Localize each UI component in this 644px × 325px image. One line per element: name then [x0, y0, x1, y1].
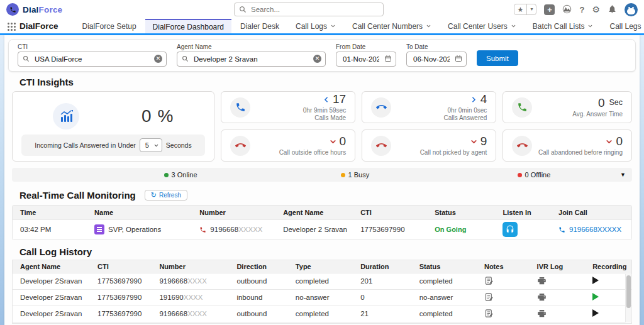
cti-input[interactable] — [18, 52, 167, 67]
app-navbar: DialForce DialForce Setup DialForce Dash… — [0, 19, 644, 33]
table-row: Developer 2Sravan 17753697990 9196668XXX… — [13, 306, 631, 322]
calls-answered-duration: 0hr 0min 0sec — [448, 107, 487, 115]
tab-call-logs[interactable]: Call Logs — [288, 19, 343, 33]
number-cell: 9196668XXXX — [152, 306, 229, 322]
col-join-call: Join Call — [551, 206, 631, 220]
chevron-down-icon — [470, 138, 478, 146]
chevron-down-icon — [511, 23, 516, 29]
cti-cell: 17753697990 — [90, 273, 152, 289]
notes-icon[interactable] — [484, 276, 494, 285]
trailhead-icon[interactable] — [562, 4, 572, 15]
outside-office-label: Call outside office hours — [279, 149, 347, 157]
abandoned-value: 0 — [616, 134, 623, 149]
chevron-down-icon — [587, 23, 593, 29]
collapse-presence-icon[interactable]: ▼ — [620, 172, 626, 178]
tab-call-center-users[interactable]: Call Center Users — [440, 19, 524, 33]
vertical-scrollbar[interactable] — [625, 274, 631, 322]
avg-answer-time-card: 0Sec Avg. Answer Time — [502, 91, 632, 123]
agent-name-label: Agent Name — [177, 43, 326, 50]
notes-icon[interactable] — [484, 292, 494, 302]
ivr-log-icon[interactable] — [537, 292, 547, 302]
col-status: Status — [412, 260, 477, 273]
favorites-control[interactable]: ★ ▾ — [514, 4, 537, 15]
calendar-icon[interactable] — [384, 55, 392, 62]
cti-cell: 17753697990 — [353, 220, 427, 240]
app-name: DialForce — [19, 19, 58, 33]
search-icon — [239, 6, 247, 13]
play-recording-button[interactable] — [592, 309, 599, 317]
tab-dialer-desk[interactable]: Dialer Desk — [233, 19, 287, 33]
col-time: Time — [13, 206, 87, 220]
outside-office-card: 0 Call outside office hours — [221, 129, 355, 162]
outgoing-call-icon — [230, 97, 250, 118]
number-cell: 9196668XXXXX — [192, 220, 275, 240]
play-recording-button[interactable] — [592, 293, 599, 300]
col-name: Name — [87, 206, 192, 220]
duration-cell: 21 — [353, 306, 411, 322]
tab-dialforce-dashboard[interactable]: DialForce Dashboard — [145, 19, 231, 33]
global-search-input[interactable] — [234, 3, 384, 16]
notifications-bell-icon[interactable] — [608, 4, 617, 15]
direction-cell: inbound — [229, 289, 287, 306]
clear-cti-icon[interactable]: ✕ — [154, 55, 162, 63]
status-cell: completed — [412, 306, 477, 322]
cti-label: CTI — [18, 43, 167, 50]
col-cti: CTI — [90, 260, 152, 273]
not-picked-label: Call not picked by agent — [420, 149, 487, 157]
filter-bar: CTI ✕ Agent Name ✕ From Date To Date — [8, 39, 636, 72]
col-notes: Notes — [477, 260, 530, 273]
brand-logo: DialForce — [6, 3, 62, 16]
answered-phone-icon — [512, 97, 532, 118]
answer-rate-card: 0 % Incoming Calls Answered in Under 5 S… — [12, 91, 214, 162]
name-cell: SVP, Operations — [87, 220, 192, 240]
call-log-history-title: Call Log History — [19, 246, 640, 258]
number-cell: 191690XXXX — [152, 289, 229, 306]
setup-gear-icon[interactable]: ⚙ — [592, 5, 600, 14]
play-recording-button[interactable] — [592, 277, 599, 284]
search-icon — [182, 55, 189, 62]
calls-answered-label: Calls Answered — [443, 114, 487, 123]
threshold-select[interactable]: 5 — [140, 138, 162, 152]
agent-cell: Developer 2Sravan — [13, 306, 90, 322]
submit-button[interactable]: Submit — [477, 50, 518, 66]
missed-call-icon — [371, 136, 391, 156]
agent-name-input[interactable] — [177, 52, 326, 67]
favorites-caret-icon[interactable]: ▾ — [526, 4, 536, 14]
busy-status: 1 Busy — [341, 171, 370, 179]
calls-answered-value: 4 — [480, 92, 487, 107]
missed-call-icon — [230, 136, 250, 156]
type-cell: completed — [288, 273, 353, 289]
calls-made-card: 17 0hr 9min 59sec Calls Made — [221, 91, 355, 123]
user-avatar[interactable] — [625, 3, 638, 16]
join-call-cell: 9196668XXXXX — [551, 220, 631, 240]
help-icon[interactable]: ? — [579, 5, 584, 14]
notes-cell — [477, 322, 530, 324]
call-log-table: Agent Name CTI Number Direction Type Dur… — [13, 260, 631, 324]
tab-call-center-numbers[interactable]: Call Center Numbers — [345, 19, 439, 33]
tab-batch-call-lists[interactable]: Batch Call Lists — [525, 19, 601, 33]
notes-cell — [477, 306, 530, 322]
calendar-icon[interactable] — [455, 55, 462, 62]
number-cell: 9196668XXXX — [152, 273, 229, 289]
offline-dot-icon — [518, 173, 522, 177]
listen-in-button[interactable] — [502, 222, 518, 237]
chevron-down-icon — [330, 23, 336, 29]
tab-call-legs[interactable]: Call Legs — [602, 19, 644, 33]
refresh-button[interactable]: ↻ Refresh — [145, 190, 187, 201]
scrollbar-thumb[interactable] — [626, 275, 631, 308]
notes-icon[interactable] — [484, 309, 494, 318]
star-icon[interactable]: ★ — [514, 4, 527, 14]
brand-name: DialForce — [23, 5, 62, 14]
clear-agent-icon[interactable]: ✕ — [313, 55, 321, 63]
quick-add-icon[interactable]: + — [544, 4, 555, 15]
page-content: CTI ✕ Agent Name ✕ From Date To Date — [4, 35, 640, 325]
ivr-log-icon[interactable] — [537, 276, 547, 285]
calls-made-duration: 0hr 9min 59sec — [303, 107, 346, 115]
app-launcher-icon[interactable] — [6, 19, 19, 33]
recording-cell — [585, 273, 631, 289]
tab-dialforce-setup[interactable]: DialForce Setup — [75, 19, 144, 33]
direction-cell: outbound — [229, 306, 287, 322]
table-row: 03:42 PM SVP, Operations 9196668XXXXX De… — [13, 220, 631, 240]
join-call-link[interactable]: 9196668XXXXX — [558, 226, 631, 233]
ivr-log-icon[interactable] — [537, 309, 547, 318]
